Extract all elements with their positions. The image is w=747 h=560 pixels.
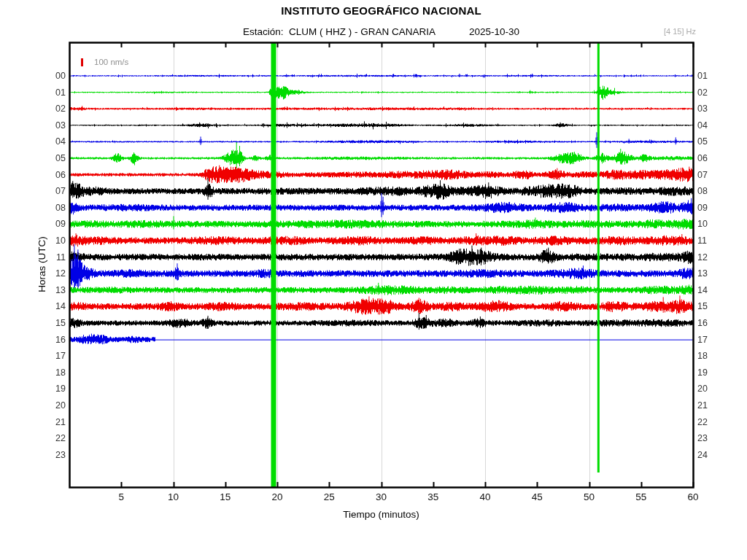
hour-label-right: 18 xyxy=(697,351,719,361)
x-tick-label: 50 xyxy=(584,491,595,502)
hour-label-left: 08 xyxy=(45,203,66,213)
hour-label-right: 08 xyxy=(697,186,719,196)
x-tick-label: 30 xyxy=(376,491,387,502)
x-tick-label: 60 xyxy=(687,491,698,502)
hour-label-left: 06 xyxy=(45,170,66,180)
hour-label-right: 06 xyxy=(697,153,719,163)
helicorder-page: INSTITUTO GEOGRÁFICO NACIONAL Estación: … xyxy=(0,0,747,560)
hour-label-left: 07 xyxy=(45,186,66,196)
seismogram-canvas xyxy=(0,0,747,560)
hour-label-left: 18 xyxy=(45,368,66,378)
hour-label-left: 00 xyxy=(45,71,66,81)
hour-label-right: 24 xyxy=(697,450,719,460)
hour-label-right: 03 xyxy=(697,104,719,114)
hour-label-left: 10 xyxy=(45,236,66,246)
scale-bar-icon xyxy=(81,58,83,66)
hour-label-right: 09 xyxy=(697,203,719,213)
hour-label-right: 21 xyxy=(697,400,719,411)
hour-label-right: 02 xyxy=(697,88,719,98)
hour-label-left: 21 xyxy=(45,417,66,427)
hour-label-left: 14 xyxy=(45,301,66,311)
x-tick-label: 5 xyxy=(118,491,124,502)
hour-label-right: 19 xyxy=(697,368,719,378)
hour-label-right: 12 xyxy=(697,252,719,262)
station-value: CLUM ( HHZ ) - GRAN CANARIA xyxy=(289,26,436,37)
hour-label-left: 09 xyxy=(45,219,66,229)
hour-label-right: 04 xyxy=(697,120,719,131)
x-tick-label: 20 xyxy=(271,491,282,502)
hour-label-right: 07 xyxy=(697,170,719,180)
page-title: INSTITUTO GEOGRÁFICO NACIONAL xyxy=(69,4,693,17)
hour-label-left: 13 xyxy=(45,285,66,295)
hour-label-right: 10 xyxy=(697,219,719,229)
scale-label: 100 nm/s xyxy=(94,58,128,66)
hour-label-left: 01 xyxy=(45,88,66,98)
x-tick-label: 45 xyxy=(532,491,543,502)
hour-label-left: 05 xyxy=(45,153,66,163)
hour-label-right: 17 xyxy=(697,335,719,345)
hour-label-left: 22 xyxy=(45,433,66,443)
hour-label-left: 03 xyxy=(45,120,66,131)
hour-label-right: 23 xyxy=(697,433,719,443)
x-tick-label: 35 xyxy=(427,491,438,502)
hour-label-right: 20 xyxy=(697,384,719,394)
x-axis-title: Tiempo (minutos) xyxy=(69,509,693,520)
hour-label-right: 14 xyxy=(697,285,719,295)
hour-label-left: 19 xyxy=(45,384,66,394)
hour-label-left: 23 xyxy=(45,450,66,460)
hour-label-right: 22 xyxy=(697,417,719,427)
hour-label-left: 16 xyxy=(45,335,66,345)
station-subtitle: Estación: CLUM ( HHZ ) - GRAN CANARIA 20… xyxy=(69,26,693,37)
hour-label-right: 01 xyxy=(697,71,719,81)
station-line: Estación: CLUM ( HHZ ) - GRAN CANARIA xyxy=(243,26,436,37)
hour-label-right: 13 xyxy=(697,268,719,279)
x-tick-label: 55 xyxy=(635,491,646,502)
x-tick-label: 40 xyxy=(479,491,490,502)
hour-label-left: 04 xyxy=(45,136,66,147)
hour-label-left: 15 xyxy=(45,318,66,328)
x-tick-label: 25 xyxy=(324,491,335,502)
x-tick-label: 15 xyxy=(220,491,231,502)
hour-label-right: 15 xyxy=(697,301,719,311)
hour-label-left: 02 xyxy=(45,104,66,114)
station-label: Estación: xyxy=(243,26,284,37)
hour-label-right: 16 xyxy=(697,318,719,328)
x-tick-label: 10 xyxy=(168,491,179,502)
date-label: 2025-10-30 xyxy=(469,26,519,37)
hour-label-left: 20 xyxy=(45,400,66,411)
hour-label-left: 12 xyxy=(45,268,66,279)
hour-label-left: 17 xyxy=(45,351,66,361)
hour-label-right: 11 xyxy=(697,236,719,246)
hour-label-left: 11 xyxy=(45,252,66,262)
hour-label-right: 05 xyxy=(697,136,719,147)
y-axis-title: Horas (UTC) xyxy=(36,214,47,316)
filter-band-label: [4 15] Hz xyxy=(664,27,696,36)
